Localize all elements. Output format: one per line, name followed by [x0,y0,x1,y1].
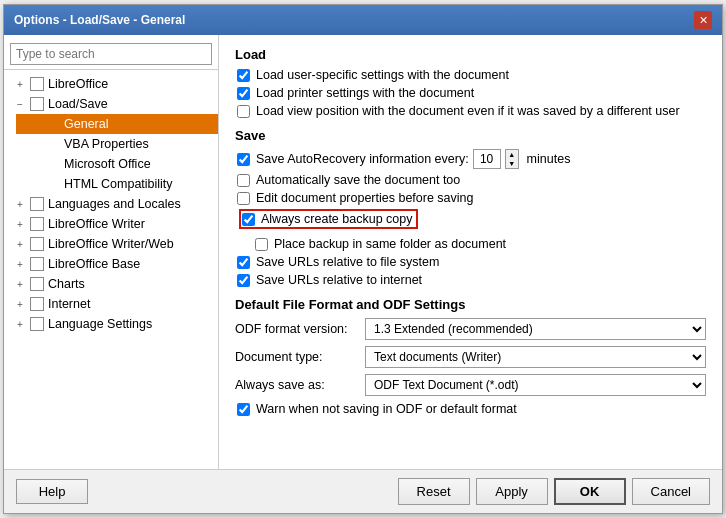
expand-icon: + [12,256,28,272]
title-bar-text: Options - Load/Save - General [14,13,185,27]
expand-icon: + [12,76,28,92]
sidebar-item-label: Languages and Locales [48,197,181,211]
apply-label: Apply [495,484,528,499]
expand-icon: + [12,196,28,212]
sidebar-item-label: LibreOffice Writer/Web [48,237,174,251]
always-save-select[interactable]: ODF Text Document (*.odt) [365,374,706,396]
load-view-position-checkbox[interactable] [237,105,250,118]
sidebar: + LibreOffice − Load/Save General [4,35,219,469]
always-save-label: Always save as: [235,378,365,392]
sidebar-item-msoffice[interactable]: Microsoft Office [16,154,218,174]
sidebar-item-label: Internet [48,297,90,311]
title-bar: Options - Load/Save - General ✕ [4,5,722,35]
default-section-title: Default File Format and ODF Settings [235,297,706,312]
dialog-footer: Help Reset Apply OK Cancel [4,469,722,513]
folder-icon [30,297,44,311]
save-urls-fs-row: Save URLs relative to file system [235,255,706,269]
autosave-spinner: ▲ ▼ [505,149,519,169]
close-button[interactable]: ✕ [694,11,712,29]
warn-non-odf-row: Warn when not saving in ODF or default f… [235,402,706,416]
odf-version-label: ODF format version: [235,322,365,336]
search-input[interactable] [10,43,212,65]
sidebar-item-label: General [64,117,108,131]
apply-button[interactable]: Apply [476,478,548,505]
load-user-settings-checkbox[interactable] [237,69,250,82]
sidebar-item-htmlcompat[interactable]: HTML Compatibility [16,174,218,194]
autosave-minutes-input[interactable]: 10 [473,149,501,169]
folder-icon [30,77,44,91]
edit-props-label: Edit document properties before saving [256,191,474,205]
autosave-row: Save AutoRecovery information every: 10 … [235,149,706,169]
expand-icon: + [12,316,28,332]
doc-type-row: Document type: Text documents (Writer) [235,346,706,368]
reset-button[interactable]: Reset [398,478,470,505]
backup-copy-checkbox[interactable] [242,213,255,226]
folder-icon [30,217,44,231]
load-printer-settings-checkbox[interactable] [237,87,250,100]
save-urls-fs-checkbox[interactable] [237,256,250,269]
autosave-doc-checkbox[interactable] [237,174,250,187]
footer-left: Help [16,479,88,504]
place-backup-row: Place backup in same folder as document [235,237,706,251]
expand-icon: + [12,236,28,252]
save-urls-inet-label: Save URLs relative to internet [256,273,422,287]
edit-props-checkbox[interactable] [237,192,250,205]
backup-copy-highlighted: Always create backup copy [235,209,706,233]
doc-type-select[interactable]: Text documents (Writer) [365,346,706,368]
ok-button[interactable]: OK [554,478,626,505]
autosave-doc-row: Automatically save the document too [235,173,706,187]
sidebar-item-langlocales[interactable]: + Languages and Locales [4,194,218,214]
spacer [46,176,62,192]
cancel-button[interactable]: Cancel [632,478,710,505]
doc-type-label: Document type: [235,350,365,364]
warn-non-odf-label: Warn when not saving in ODF or default f… [256,402,517,416]
sidebar-item-general[interactable]: General [16,114,218,134]
footer-right: Reset Apply OK Cancel [398,478,710,505]
sidebar-item-label: LibreOffice [48,77,108,91]
tree: + LibreOffice − Load/Save General [4,70,218,465]
sidebar-item-lowriterweb[interactable]: + LibreOffice Writer/Web [4,234,218,254]
load-view-position-row: Load view position with the document eve… [235,104,706,118]
load-printer-settings-label: Load printer settings with the document [256,86,474,100]
load-user-settings-label: Load user-specific settings with the doc… [256,68,509,82]
place-backup-label: Place backup in same folder as document [274,237,506,251]
sidebar-item-label: Load/Save [48,97,108,111]
autosave-label-before: Save AutoRecovery information every: [256,152,469,166]
save-urls-inet-checkbox[interactable] [237,274,250,287]
sidebar-item-label: HTML Compatibility [64,177,173,191]
expand-icon: + [12,276,28,292]
place-backup-checkbox[interactable] [255,238,268,251]
sidebar-item-lowriter[interactable]: + LibreOffice Writer [4,214,218,234]
sidebar-item-lobase[interactable]: + LibreOffice Base [4,254,218,274]
spinner-down-button[interactable]: ▼ [506,159,518,168]
sidebar-item-libreoffice[interactable]: + LibreOffice [4,74,218,94]
spacer [46,136,62,152]
autosave-label-after: minutes [527,152,571,166]
help-button[interactable]: Help [16,479,88,504]
spinner-up-button[interactable]: ▲ [506,150,518,159]
dialog-body: + LibreOffice − Load/Save General [4,35,722,469]
load-view-position-label: Load view position with the document eve… [256,104,680,118]
folder-icon [30,277,44,291]
sidebar-item-charts[interactable]: + Charts [4,274,218,294]
search-box [4,39,218,70]
load-user-settings-row: Load user-specific settings with the doc… [235,68,706,82]
warn-non-odf-checkbox[interactable] [237,403,250,416]
folder-icon [30,97,44,111]
save-urls-inet-row: Save URLs relative to internet [235,273,706,287]
help-label: Help [39,484,66,499]
sidebar-item-label: VBA Properties [64,137,149,151]
reset-label: Reset [417,484,451,499]
folder-icon [30,237,44,251]
cancel-label: Cancel [651,484,691,499]
odf-version-select[interactable]: 1.3 Extended (recommended) [365,318,706,340]
sidebar-item-label: LibreOffice Base [48,257,140,271]
autosave-checkbox[interactable] [237,153,250,166]
sidebar-item-vbaprops[interactable]: VBA Properties [16,134,218,154]
sidebar-item-loadsave[interactable]: − Load/Save [4,94,218,114]
sidebar-item-langsettings[interactable]: + Language Settings [4,314,218,334]
always-save-row: Always save as: ODF Text Document (*.odt… [235,374,706,396]
sidebar-item-label: Charts [48,277,85,291]
odf-version-row: ODF format version: 1.3 Extended (recomm… [235,318,706,340]
sidebar-item-internet[interactable]: + Internet [4,294,218,314]
